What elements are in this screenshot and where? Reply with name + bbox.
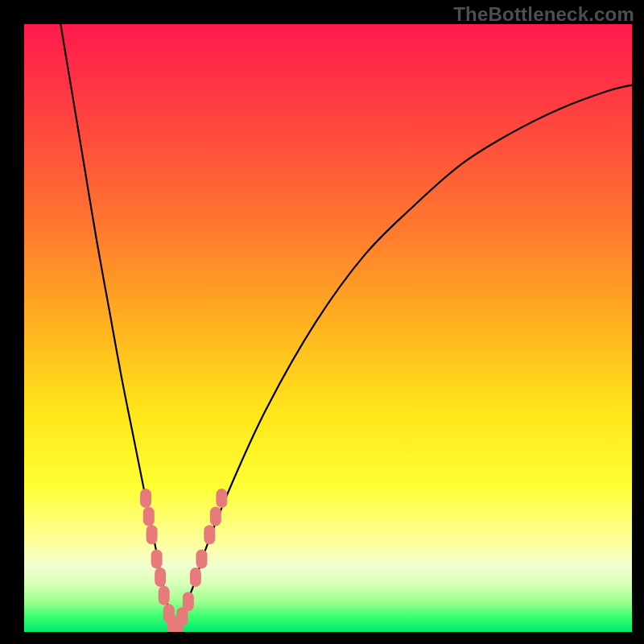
marker-point — [151, 549, 163, 568]
plot-area — [24, 24, 632, 632]
marker-point — [155, 568, 166, 587]
chart-frame: TheBottleneck.com — [0, 0, 644, 644]
watermark-label: TheBottleneck.com — [453, 3, 634, 26]
marker-point — [204, 525, 215, 544]
marker-point — [140, 489, 151, 508]
marker-point — [143, 507, 155, 526]
marker-point — [210, 507, 221, 526]
highlight-markers — [140, 489, 227, 632]
marker-point — [147, 525, 158, 544]
marker-point — [196, 549, 207, 568]
marker-point — [190, 568, 201, 587]
curve-layer — [24, 24, 632, 632]
marker-point — [216, 489, 227, 508]
marker-point — [183, 592, 194, 611]
marker-point — [159, 586, 170, 605]
